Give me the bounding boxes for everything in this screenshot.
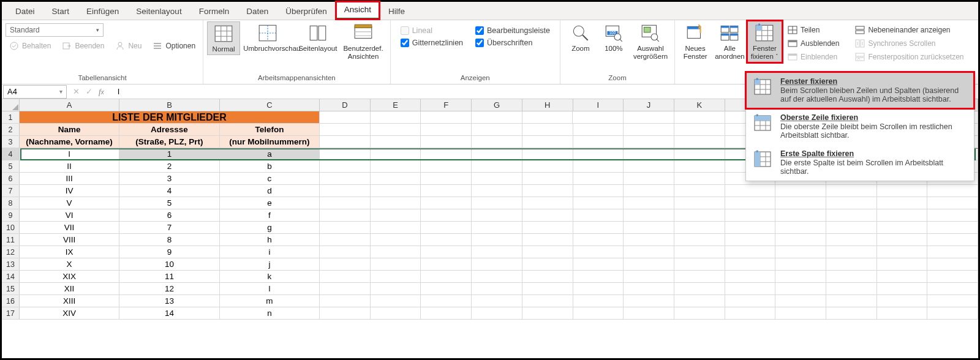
zoom-selection-button[interactable]: Auswahl vergrößern	[630, 21, 671, 62]
confirm-icon[interactable]: ✓	[86, 87, 92, 96]
cell[interactable]	[320, 246, 371, 258]
cell[interactable]	[624, 124, 674, 135]
cell[interactable]	[775, 209, 826, 221]
cell[interactable]: 11	[119, 271, 219, 282]
cell[interactable]	[421, 258, 472, 270]
cell[interactable]	[674, 295, 725, 307]
cell[interactable]	[573, 160, 624, 172]
cell[interactable]	[371, 185, 421, 197]
cell[interactable]	[826, 258, 877, 270]
sheet-view-dropdown[interactable]: Standard▾	[6, 23, 104, 37]
cell[interactable]	[421, 246, 472, 258]
cell[interactable]	[522, 124, 573, 135]
side-by-side-button[interactable]: Nebeneinander anzeigen	[851, 24, 967, 36]
cell[interactable]	[320, 148, 371, 160]
row-header[interactable]: 8	[2, 197, 20, 209]
cell[interactable]	[320, 173, 371, 184]
cell[interactable]	[522, 246, 573, 258]
fx-icon[interactable]: fx	[99, 87, 104, 97]
cell[interactable]	[320, 160, 371, 172]
cell[interactable]: 2	[119, 160, 219, 172]
cell[interactable]	[421, 136, 472, 148]
cell[interactable]	[674, 111, 725, 123]
cell[interactable]	[877, 234, 928, 246]
cell[interactable]	[877, 258, 928, 270]
cell[interactable]	[927, 258, 978, 270]
cell[interactable]	[522, 283, 573, 294]
select-all-corner[interactable]	[2, 99, 20, 111]
cell[interactable]: 5	[119, 197, 219, 209]
row-header[interactable]: 10	[2, 222, 20, 233]
cell[interactable]: (nur Mobilnummern)	[220, 136, 320, 148]
page-break-preview-button[interactable]: Umbruchvorschau	[240, 21, 295, 54]
cell[interactable]: VI	[20, 209, 119, 221]
cell[interactable]	[927, 246, 978, 258]
cell[interactable]	[371, 258, 421, 270]
cell[interactable]	[371, 222, 421, 233]
cell[interactable]	[320, 307, 371, 319]
cell[interactable]: IV	[20, 185, 119, 197]
row-header[interactable]: 9	[2, 209, 20, 221]
freeze-first-col-menu-item[interactable]: * Erste Spalte fixieren Die erste Spalte…	[746, 144, 974, 181]
cell[interactable]: II	[20, 160, 119, 172]
cell[interactable]	[624, 258, 674, 270]
cell[interactable]	[472, 246, 522, 258]
exit-button[interactable]: Beenden	[58, 40, 108, 52]
cell[interactable]	[320, 283, 371, 294]
tab-formeln[interactable]: Formeln	[190, 3, 238, 20]
cell[interactable]: j	[220, 258, 320, 270]
row-header[interactable]: 15	[2, 283, 20, 294]
cell[interactable]: XII	[20, 283, 119, 294]
cell[interactable]	[320, 258, 371, 270]
cell[interactable]	[421, 271, 472, 282]
row-header[interactable]: 7	[2, 185, 20, 197]
cell[interactable]	[674, 209, 725, 221]
cell[interactable]	[573, 148, 624, 160]
cell[interactable]	[624, 209, 674, 221]
cell[interactable]: 3	[119, 173, 219, 184]
cell[interactable]	[573, 111, 624, 123]
arrange-all-button[interactable]: Alle anordnen	[712, 21, 748, 62]
freeze-panes-menu-item[interactable]: * Fenster fixieren Beim Scrollen bleiben…	[746, 72, 974, 108]
cell[interactable]	[320, 136, 371, 148]
cell[interactable]	[725, 222, 776, 233]
cell[interactable]	[573, 222, 624, 233]
cell[interactable]	[573, 209, 624, 221]
cell[interactable]	[674, 136, 725, 148]
cell[interactable]: 13	[119, 295, 219, 307]
cell[interactable]: k	[220, 271, 320, 282]
cell[interactable]: i	[220, 246, 320, 258]
cell[interactable]: Telefon	[220, 124, 320, 135]
name-box[interactable]: A4▾	[3, 85, 67, 99]
cell[interactable]: 12	[119, 283, 219, 294]
cell[interactable]	[624, 234, 674, 246]
column-header[interactable]: B	[119, 99, 219, 111]
cell[interactable]	[927, 295, 978, 307]
cell[interactable]	[371, 197, 421, 209]
cell[interactable]: c	[220, 173, 320, 184]
cell[interactable]	[674, 160, 725, 172]
cell[interactable]	[472, 222, 522, 233]
cell[interactable]	[826, 283, 877, 294]
cell[interactable]: h	[220, 234, 320, 246]
cell[interactable]	[320, 185, 371, 197]
cell[interactable]: Name	[20, 124, 119, 135]
cell[interactable]	[573, 307, 624, 319]
cell[interactable]	[472, 173, 522, 184]
cell[interactable]	[674, 173, 725, 184]
cell[interactable]	[472, 307, 522, 319]
row-header[interactable]: 11	[2, 234, 20, 246]
cell[interactable]	[826, 197, 877, 209]
cell[interactable]	[624, 295, 674, 307]
cell[interactable]	[624, 271, 674, 282]
cell[interactable]	[421, 222, 472, 233]
row-header[interactable]: 4	[2, 148, 20, 160]
cell[interactable]	[775, 283, 826, 294]
column-header[interactable]: I	[573, 99, 624, 111]
cell[interactable]	[927, 234, 978, 246]
cell[interactable]	[522, 160, 573, 172]
cell[interactable]: m	[220, 295, 320, 307]
cell[interactable]	[775, 185, 826, 197]
row-header[interactable]: 1	[2, 111, 20, 123]
row-header[interactable]: 13	[2, 258, 20, 270]
